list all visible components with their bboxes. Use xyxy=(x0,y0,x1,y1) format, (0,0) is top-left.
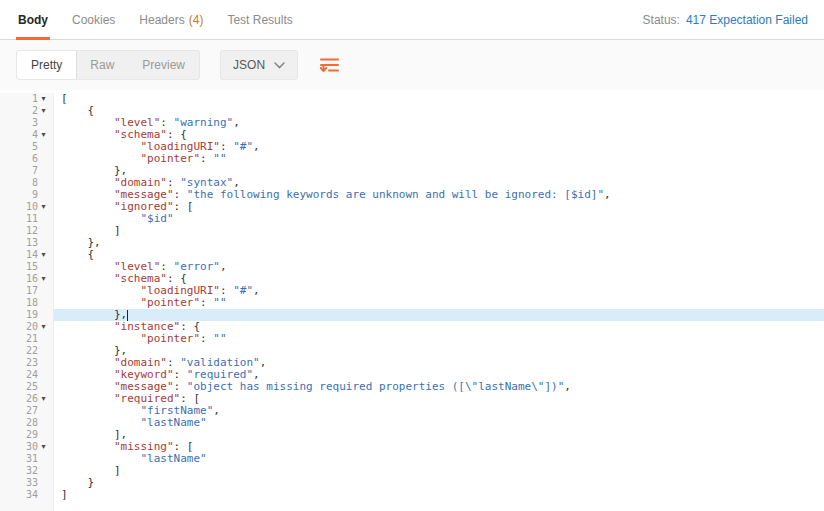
fold-toggle-icon[interactable]: ▾ xyxy=(38,201,49,213)
view-mode-raw-button[interactable]: Raw xyxy=(76,51,128,79)
line-number: 11 xyxy=(26,213,38,225)
response-status: Status: 417 Expectation Failed xyxy=(643,0,808,39)
line-number: 25 xyxy=(26,381,38,393)
fold-toggle-icon[interactable]: ▾ xyxy=(38,93,49,105)
line-number: 34 xyxy=(26,489,38,501)
line-number: 8 xyxy=(32,177,38,189)
gutter: 1▾2▾34▾5678910▾11121314▾1516▾17181920▾21… xyxy=(0,93,54,511)
json-string: "#" xyxy=(233,284,253,297)
gutter-line: 27 xyxy=(0,405,53,417)
code-line-1[interactable]: [ xyxy=(54,93,824,105)
gutter-line: 18 xyxy=(0,297,53,309)
gutter-line: 5 xyxy=(0,141,53,153)
gutter-line: 13 xyxy=(0,237,53,249)
tab-cookies[interactable]: Cookies xyxy=(60,0,127,39)
code-line-33[interactable]: } xyxy=(54,477,824,489)
response-toolbar: Pretty Raw Preview JSON xyxy=(0,40,824,90)
line-number: 19 xyxy=(26,309,38,321)
tab-headers-label: Headers xyxy=(139,13,184,27)
json-key: "pointer" xyxy=(140,152,200,165)
line-number: 14 xyxy=(26,249,38,261)
line-number: 13 xyxy=(26,237,38,249)
tab-test-results[interactable]: Test Results xyxy=(215,0,304,39)
json-string: "" xyxy=(213,296,226,309)
json-punctuation: , xyxy=(220,260,227,273)
language-select-value: JSON xyxy=(233,58,265,72)
gutter-line: 22 xyxy=(0,345,53,357)
gutter-line: 7 xyxy=(0,165,53,177)
view-mode-switch: Pretty Raw Preview xyxy=(16,50,200,80)
line-number: 28 xyxy=(26,417,38,429)
fold-toggle-icon[interactable]: ▾ xyxy=(38,321,49,333)
code-line-12[interactable]: ] xyxy=(54,225,824,237)
json-string: "" xyxy=(213,152,226,165)
gutter-line: 34 xyxy=(0,489,53,501)
fold-toggle-icon[interactable]: ▾ xyxy=(38,273,49,285)
code-line-28[interactable]: "lastName" xyxy=(54,417,824,429)
fold-toggle-icon[interactable]: ▾ xyxy=(38,441,49,453)
tab-cookies-label: Cookies xyxy=(72,13,115,27)
code-line-31[interactable]: "lastName" xyxy=(54,453,824,465)
fold-toggle-icon[interactable]: ▾ xyxy=(38,249,49,261)
json-punctuation: : xyxy=(200,296,213,309)
code-line-21[interactable]: "pointer": "" xyxy=(54,333,824,345)
line-number: 27 xyxy=(26,405,38,417)
line-number: 32 xyxy=(26,465,38,477)
line-number: 22 xyxy=(26,345,38,357)
response-panel: Body Cookies Headers (4) Test Results St… xyxy=(0,0,824,511)
gutter-line: 28 xyxy=(0,417,53,429)
json-punctuation: , xyxy=(260,356,267,369)
gutter-line: 6 xyxy=(0,153,53,165)
json-punctuation: : xyxy=(200,332,213,345)
beautify-icon xyxy=(318,56,341,75)
code-lines: [ { "level": "warning", "schema": { "loa… xyxy=(54,93,824,511)
gutter-line: 26▾ xyxy=(0,393,53,405)
json-string: "lastName" xyxy=(140,416,206,429)
tab-headers[interactable]: Headers (4) xyxy=(127,0,215,39)
code-line-6[interactable]: "pointer": "" xyxy=(54,153,824,165)
code-line-18[interactable]: "pointer": "" xyxy=(54,297,824,309)
line-number: 5 xyxy=(32,141,38,153)
fold-toggle-icon[interactable]: ▾ xyxy=(38,129,49,141)
line-number: 21 xyxy=(26,333,38,345)
fold-toggle-icon[interactable]: ▾ xyxy=(38,393,49,405)
gutter-line: 2▾ xyxy=(0,105,53,117)
gutter-line: 16▾ xyxy=(0,273,53,285)
code-line-11[interactable]: "$id" xyxy=(54,213,824,225)
json-string: "the following keywords are unknown and … xyxy=(187,188,604,201)
json-string: "object has missing required properties … xyxy=(187,380,565,393)
language-select[interactable]: JSON xyxy=(220,50,298,80)
gutter-line: 20▾ xyxy=(0,321,53,333)
json-punctuation: , xyxy=(253,284,260,297)
line-number: 23 xyxy=(26,357,38,369)
response-body-editor[interactable]: 1▾2▾34▾5678910▾11121314▾1516▾17181920▾21… xyxy=(0,90,824,511)
view-mode-pretty-button[interactable]: Pretty xyxy=(17,51,76,79)
code-line-13[interactable]: }, xyxy=(54,237,824,249)
json-punctuation: , xyxy=(564,380,571,393)
response-tabs: Body Cookies Headers (4) Test Results xyxy=(6,0,305,39)
gutter-line: 4▾ xyxy=(0,129,53,141)
gutter-line: 15 xyxy=(0,261,53,273)
line-number: 17 xyxy=(26,285,38,297)
gutter-line: 29 xyxy=(0,429,53,441)
gutter-line: 30▾ xyxy=(0,441,53,453)
gutter-line: 9 xyxy=(0,189,53,201)
gutter-line: 1▾ xyxy=(0,93,53,105)
gutter-line: 14▾ xyxy=(0,249,53,261)
line-number: 7 xyxy=(32,165,38,177)
view-mode-preview-button[interactable]: Preview xyxy=(128,51,199,79)
tab-body[interactable]: Body xyxy=(6,0,60,39)
gutter-line: 19 xyxy=(0,309,53,321)
line-number: 31 xyxy=(26,453,38,465)
json-string: "$id" xyxy=(140,212,173,225)
code-line-34[interactable]: ] xyxy=(54,489,824,501)
line-number: 20 xyxy=(26,321,38,333)
gutter-line: 25 xyxy=(0,381,53,393)
line-number: 33 xyxy=(26,477,38,489)
gutter-line: 23 xyxy=(0,357,53,369)
json-key: "pointer" xyxy=(140,296,200,309)
fold-toggle-icon[interactable]: ▾ xyxy=(38,105,49,117)
json-punctuation: ] xyxy=(61,488,68,501)
beautify-button[interactable] xyxy=(314,52,345,79)
code-line-32[interactable]: ] xyxy=(54,465,824,477)
